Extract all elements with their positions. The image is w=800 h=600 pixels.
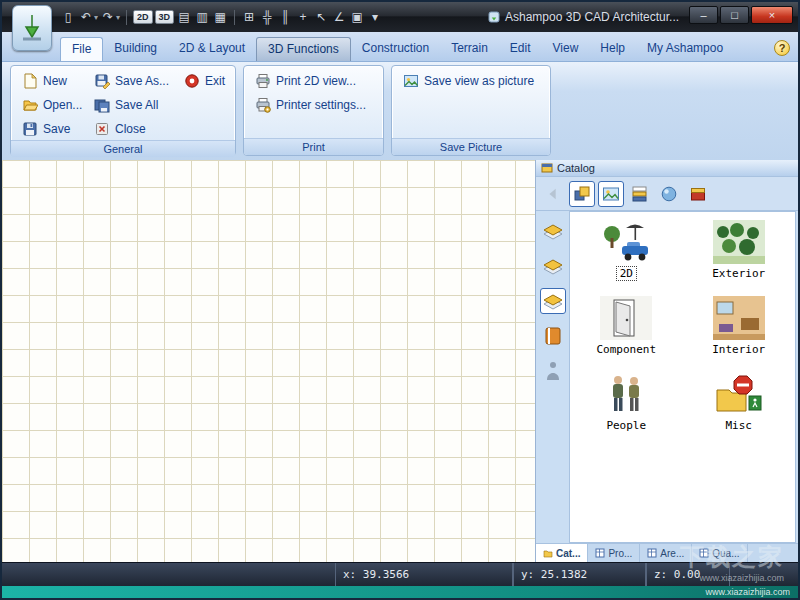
tab-terrain[interactable]: Terrain [440,37,499,61]
save-all-button-label: Save All [115,98,158,112]
coordinate-y: y: 25.1382 [513,563,646,587]
exit-button[interactable]: Exit [179,70,231,92]
tab-view[interactable]: View [542,37,590,61]
view-3d-button[interactable]: 3D [155,10,175,24]
save-button[interactable]: Save [17,118,89,140]
guides-toggle-icon[interactable]: ║ [277,8,293,26]
thumbnail-interior [713,296,765,340]
close-document-icon [94,121,110,137]
exit-icon [184,73,200,89]
snap-toggle-icon[interactable]: ╬ [259,8,275,26]
close-document-button[interactable]: Close [89,118,179,140]
catalog-tab-label: Cat... [556,548,580,559]
title-bar: ▯ ↶ ▾ ↷ ▾ 2D 3D ▤ ▥ ▦ ⊞ ╬ ║ + ↖ ∠ ▣ ▾ [2,2,798,32]
catalog-item-label: Interior [712,343,765,356]
group-label-print: Print [244,138,383,155]
catalog-materials-icon[interactable] [685,181,711,207]
catalog-tab-project[interactable]: Pro... [588,544,640,562]
viewport-quad-icon[interactable]: ▦ [212,8,228,26]
tab-file[interactable]: File [60,37,103,61]
tab-construction[interactable]: Construction [351,37,440,61]
group-label-save-picture: Save Picture [392,138,550,155]
catalog-item-interior[interactable]: Interior [712,296,765,356]
exit-button-label: Exit [205,74,225,88]
thumbnail-exterior [713,220,765,264]
category-figure-icon[interactable] [540,358,566,384]
thumbnail-people [600,372,652,416]
save-as-icon [94,73,110,89]
catalog-tab-area[interactable]: Are... [640,544,692,562]
category-layers-selected-icon[interactable] [540,288,566,314]
catalog-item-exterior[interactable]: Exterior [712,220,765,280]
catalog-item-component[interactable]: Component [596,296,656,356]
catalog-back-icon[interactable] [540,181,566,207]
undo-icon[interactable]: ↶ [78,8,94,26]
catalog-item-people[interactable]: People [600,372,652,432]
save-button-label: Save [43,122,70,136]
save-as-button-label: Save As... [115,74,169,88]
pointer-icon[interactable]: ↖ [313,8,329,26]
printer-settings-button[interactable]: Printer settings... [250,94,371,116]
help-button[interactable]: ? [774,40,790,56]
save-as-button[interactable]: Save As... [89,70,179,92]
measure-icon[interactable]: ∠ [331,8,347,26]
open-button[interactable]: Open... [17,94,89,116]
viewport-single-icon[interactable]: ▤ [176,8,192,26]
undo-dropdown-icon[interactable]: ▾ [94,13,98,22]
catalog-tab-label: Are... [660,548,684,559]
catalog-bottom-tabs: Cat... Pro... Are... Qua... [536,543,798,562]
tab-edit[interactable]: Edit [499,37,542,61]
green-download-arrow-icon [19,13,45,43]
save-all-button[interactable]: Save All [89,94,179,116]
ribbon-group-save-picture: Save view as picture Save Picture [391,65,551,156]
catalog-item-misc[interactable]: Misc [713,372,765,432]
app-icon [488,11,500,23]
catalog-textures-icon[interactable] [598,181,624,207]
catalog-tab-quantities[interactable]: Qua... [692,544,747,562]
grid-toggle-icon[interactable]: ⊞ [241,8,257,26]
new-file-icon[interactable]: ▯ [60,8,76,26]
new-button[interactable]: New [17,70,89,92]
close-button[interactable]: × [751,6,793,24]
coordinate-x: x: 39.3566 [335,563,513,587]
redo-dropdown-icon[interactable]: ▾ [116,13,120,22]
printer-icon [255,73,271,89]
category-layers-icon[interactable] [540,218,566,244]
drawing-canvas[interactable] [2,160,536,562]
tab-building[interactable]: Building [103,37,168,61]
tab-3d-functions[interactable]: 3D Functions [256,37,351,61]
tab-2d-layout[interactable]: 2D & Layout [168,37,256,61]
save-view-as-picture-label: Save view as picture [424,74,534,88]
catalog-item-2d[interactable]: 2D [600,220,652,280]
catalog-objects-icon[interactable] [569,181,595,207]
picture-icon [403,73,419,89]
view-2d-button[interactable]: 2D [133,10,153,24]
ribbon-group-print: Print 2D view... Printer settings... Pri… [243,65,384,156]
tab-my-ashampoo[interactable]: My Ashampoo [636,37,734,61]
crosshair-icon[interactable]: + [295,8,311,26]
grid-window-icon [595,548,605,558]
save-view-as-picture-button[interactable]: Save view as picture [398,70,539,92]
toolbar-more-dropdown-icon[interactable]: ▾ [367,8,383,26]
thumbnail-component [600,296,652,340]
viewport-split-icon[interactable]: ▥ [194,8,210,26]
download-site-bar: www.xiazaizhijia.com [2,586,798,598]
redo-icon[interactable]: ↷ [100,8,116,26]
app-window: ▯ ↶ ▾ ↷ ▾ 2D 3D ▤ ▥ ▦ ⊞ ╬ ║ + ↖ ∠ ▣ ▾ [0,0,800,600]
category-layers-icon[interactable] [540,253,566,279]
catalog-icon [541,162,553,174]
minimize-button[interactable]: – [689,6,718,24]
windows-layout-icon[interactable]: ▣ [349,8,365,26]
maximize-button[interactable]: □ [720,6,749,24]
application-menu-button[interactable] [12,5,52,51]
category-books-icon[interactable] [540,323,566,349]
tab-help[interactable]: Help [589,37,636,61]
print-2d-view-label: Print 2D view... [276,74,356,88]
print-2d-view-button[interactable]: Print 2D view... [250,70,371,92]
catalog-tab-label: Pro... [608,548,632,559]
catalog-3d-objects-icon[interactable] [656,181,682,207]
main-area: Catalog [2,160,798,562]
catalog-tab-catalog[interactable]: Cat... [536,544,588,562]
catalog-groups-icon[interactable] [627,181,653,207]
new-document-icon [22,73,38,89]
